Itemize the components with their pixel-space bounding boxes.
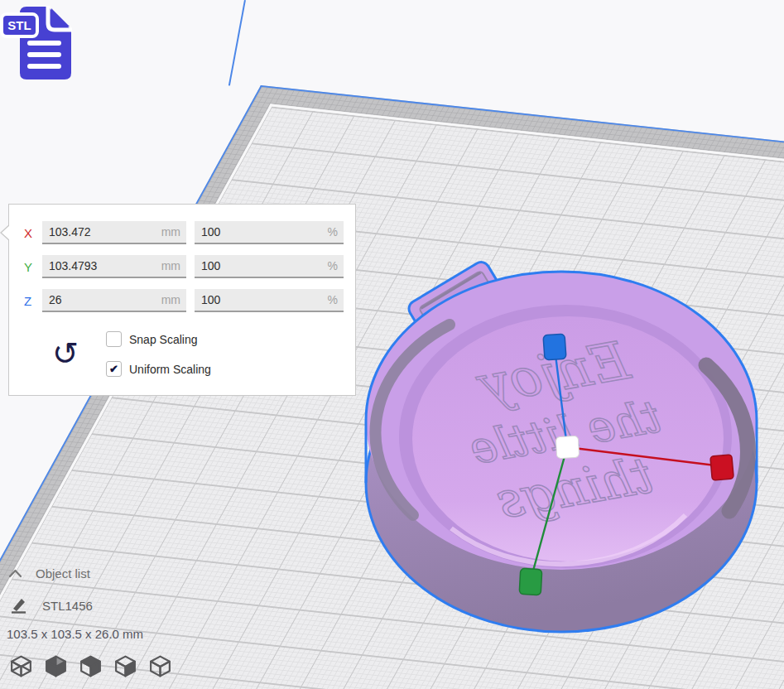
chevron-up-icon (8, 569, 22, 578)
scale-handle-z[interactable] (543, 334, 566, 360)
object-list-title: Object list (36, 566, 90, 581)
model-dimensions: 103.5 x 103.5 x 26.0 mm (7, 627, 143, 641)
camera-view-toolbar (8, 653, 173, 679)
view-front-button[interactable] (43, 653, 69, 679)
stl-file-icon: STL (0, 2, 76, 81)
view-top-button[interactable] (78, 653, 103, 679)
uniform-scaling-option: ✔ Uniform Scaling (106, 361, 211, 377)
scale-handle-center[interactable] (556, 436, 579, 458)
view-3d-button[interactable] (8, 653, 34, 679)
object-name: STL1456 (42, 599, 93, 613)
model-canvas: Enjoy the little things (344, 261, 784, 650)
view-left-side-button[interactable] (113, 653, 138, 679)
scale-z-percent-input[interactable]: 100 % (195, 289, 344, 312)
uniform-scaling-label: Uniform Scaling (129, 363, 211, 376)
scale-row-z: Z 26 mm 100 % (24, 289, 344, 312)
uniform-scaling-checkbox[interactable]: ✔ (106, 361, 122, 377)
scale-x-percent-input[interactable]: 100 % (195, 221, 344, 244)
scale-row-x: X 103.472 mm 100 % (24, 221, 344, 244)
axis-label-x: X (24, 226, 42, 240)
3d-viewport[interactable]: Enjoy the little things STL (0, 0, 784, 689)
object-list-header[interactable]: Object list (8, 566, 90, 581)
scale-y-mm-input[interactable]: 103.4793 mm (42, 255, 186, 278)
scale-tool-panel: X 103.472 mm 100 % Y 103.4793 mm 100 % Z (8, 204, 356, 396)
scale-row-y: Y 103.4793 mm 100 % (24, 255, 344, 278)
view-right-side-button[interactable] (147, 653, 173, 679)
stl-badge-label: STL (7, 18, 31, 32)
scale-x-mm-input[interactable]: 103.472 mm (42, 221, 186, 244)
axis-label-z: Z (24, 294, 42, 308)
edit-pencil-icon (10, 597, 27, 614)
reset-scale-button[interactable]: ↺ (47, 335, 84, 375)
scale-y-percent-input[interactable]: 100 % (195, 255, 344, 278)
build-volume-edge (228, 0, 246, 86)
reset-icon: ↺ (52, 336, 79, 371)
axis-label-y: Y (24, 260, 42, 274)
scale-handle-y[interactable] (519, 568, 542, 595)
snap-scaling-option: Snap Scaling (106, 331, 198, 347)
snap-scaling-label: Snap Scaling (129, 333, 198, 346)
snap-scaling-checkbox[interactable] (106, 331, 122, 347)
object-list-item[interactable]: STL1456 (10, 597, 93, 614)
scale-handle-x[interactable] (710, 455, 733, 480)
scale-z-mm-input[interactable]: 26 mm (42, 289, 186, 312)
